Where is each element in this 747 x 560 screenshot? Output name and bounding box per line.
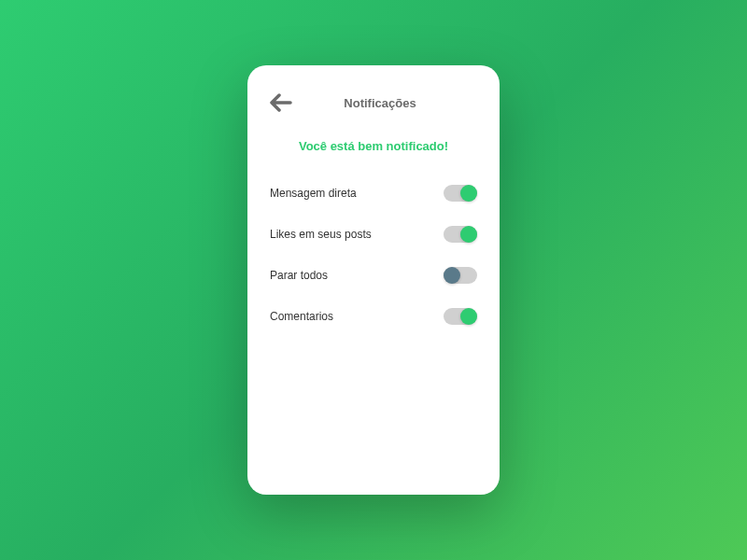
header: Notificações (270, 93, 477, 112)
setting-label: Likes em seus posts (270, 228, 372, 241)
setting-label: Comentarios (270, 310, 333, 323)
setting-label: Parar todos (270, 269, 328, 282)
toggle-thumb-icon (460, 308, 477, 325)
settings-list: Mensagem direta Likes em seus posts Para… (270, 185, 477, 325)
toggle-mensagem-direta[interactable] (444, 185, 477, 202)
toggle-thumb-icon (444, 267, 460, 284)
toggle-comentarios[interactable] (444, 308, 477, 325)
notification-settings-card: Notificações Você está bem notificado! M… (247, 65, 500, 495)
toggle-thumb-icon (460, 226, 477, 243)
toggle-parar-todos[interactable] (444, 267, 477, 284)
setting-label: Mensagem direta (270, 187, 357, 200)
status-subtitle: Você está bem notificado! (270, 138, 477, 155)
page-title: Notificações (283, 96, 477, 110)
setting-row-likes: Likes em seus posts (270, 226, 477, 243)
setting-row-mensagem-direta: Mensagem direta (270, 185, 477, 202)
toggle-likes[interactable] (444, 226, 477, 243)
setting-row-parar-todos: Parar todos (270, 267, 477, 284)
toggle-thumb-icon (460, 185, 477, 202)
setting-row-comentarios: Comentarios (270, 308, 477, 325)
